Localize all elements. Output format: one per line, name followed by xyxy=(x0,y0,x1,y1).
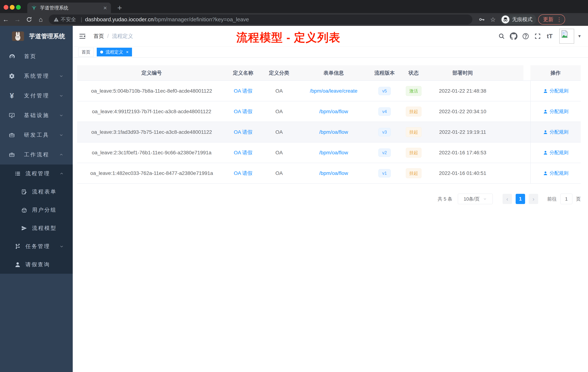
cell-deploy-time: 2022-01-22 19:19:11 xyxy=(427,122,524,142)
sidebar-item-dev-tools[interactable]: 研发工具 xyxy=(0,125,73,145)
home-icon[interactable]: ⌂ xyxy=(35,16,47,23)
sidebar-item-workflow[interactable]: 工作流程 xyxy=(0,145,73,164)
user-icon xyxy=(543,130,548,134)
column-header: 流程版本 xyxy=(369,65,400,80)
current-page-button[interactable]: 1 xyxy=(516,194,525,204)
definition-name-link[interactable]: OA 请假 xyxy=(234,108,252,115)
table-row: oa_leave:1:482ec033-762a-11ec-8477-a2380… xyxy=(77,163,581,184)
back-icon[interactable]: ← xyxy=(0,16,12,23)
window-minimize-button[interactable] xyxy=(10,5,15,10)
definition-name-link[interactable]: OA 请假 xyxy=(234,129,252,136)
assign-rule-link[interactable]: 分配规则 xyxy=(543,129,568,135)
cell-definition-id: oa_leave:1:482ec033-762a-11ec-8477-a2380… xyxy=(77,163,226,183)
version-badge: v5 xyxy=(378,87,390,95)
form-link[interactable]: /bpm/oa/flow xyxy=(319,109,348,114)
breadcrumb-home[interactable]: 首页 xyxy=(94,33,104,40)
sidebar-item-user-group[interactable]: 用户分组 xyxy=(0,201,73,219)
broken-image-icon xyxy=(560,30,569,38)
tag-close-icon[interactable]: × xyxy=(126,50,128,55)
tag-home[interactable]: 首页 xyxy=(78,48,94,56)
prev-page-button[interactable]: ‹ xyxy=(503,194,512,204)
user-icon xyxy=(543,171,548,176)
form-edit-icon xyxy=(21,189,27,195)
user-icon xyxy=(15,262,21,268)
goto-label: 前往 xyxy=(547,196,557,202)
column-header: 定义分类 xyxy=(260,65,298,80)
sidebar-item-system[interactable]: 系统管理 xyxy=(0,66,73,86)
window-zoom-button[interactable] xyxy=(16,5,21,10)
form-link[interactable]: /bpm/oa/flow xyxy=(319,150,348,156)
status-badge: 挂起 xyxy=(406,168,421,178)
page-size-select[interactable]: 10条/页 xyxy=(458,194,493,204)
active-dot-icon xyxy=(100,51,103,54)
reload-icon[interactable] xyxy=(23,16,35,22)
tab-close-icon[interactable]: × xyxy=(103,5,107,11)
next-page-button[interactable]: › xyxy=(529,194,538,204)
select-caret-icon xyxy=(483,197,487,201)
form-link[interactable]: /bpm/oa/flow xyxy=(319,129,348,135)
cell-deploy-time: 2022-01-16 01:40:51 xyxy=(427,163,524,183)
column-header: 操作 xyxy=(530,65,581,80)
logo-avatar xyxy=(12,32,24,41)
sidebar-item-home[interactable]: 首页 xyxy=(0,47,73,66)
column-header: 定义名称 xyxy=(226,65,260,80)
security-warning-icon xyxy=(53,17,59,22)
window-close-button[interactable] xyxy=(4,5,8,10)
goto-page-input[interactable] xyxy=(560,194,572,204)
caret-down-icon[interactable]: ▼ xyxy=(578,34,581,39)
bookmark-star-icon[interactable]: ☆ xyxy=(490,16,496,23)
incognito-label: 无痕模式 xyxy=(512,16,532,23)
update-label[interactable]: 更新 xyxy=(543,16,554,23)
assign-rule-link[interactable]: 分配规则 xyxy=(543,149,568,156)
column-header: 状态 xyxy=(400,65,427,80)
address-bar[interactable]: 不安全 | dashboard.yudao.iocoder.cn/bpm/man… xyxy=(49,15,472,24)
sidebar-item-payment[interactable]: ¥ 支付管理 xyxy=(0,86,73,106)
browser-update-button[interactable]: 更新 ⋮ xyxy=(538,14,565,25)
sidebar: 芋道管理系统 首页 系统管理 ¥ 支付管理 基础设施 研发工具 工作流程 流程管… xyxy=(0,26,73,372)
sidebar-item-process-model[interactable]: 流程模型 xyxy=(0,219,73,237)
definition-name-link[interactable]: OA 请假 xyxy=(234,149,252,156)
fullscreen-icon[interactable] xyxy=(532,33,544,40)
version-badge: v3 xyxy=(378,128,390,136)
annotation-title: 流程模型 - 定义列表 xyxy=(236,30,341,45)
search-icon[interactable] xyxy=(496,33,508,40)
browser-menu-icon[interactable]: ⋮ xyxy=(556,16,562,23)
table-header-row: 定义编号 定义名称 定义分类 表单信息 流程版本 状态 部署时间 操作 xyxy=(77,65,581,81)
app-title: 芋道管理系统 xyxy=(29,32,65,40)
browser-tab-strip: 芋道管理系统 × + xyxy=(0,0,588,13)
cell-category: OA xyxy=(260,101,298,121)
password-key-icon[interactable] xyxy=(479,16,485,23)
github-icon[interactable] xyxy=(508,33,520,40)
browser-tab[interactable]: 芋道管理系统 × xyxy=(27,2,111,13)
definition-name-link[interactable]: OA 请假 xyxy=(234,170,252,177)
definition-name-link[interactable]: OA 请假 xyxy=(234,88,252,94)
version-badge: v2 xyxy=(378,149,390,157)
avatar[interactable] xyxy=(559,29,574,44)
cell-definition-id: oa_leave:5:004b710b-7b8a-11ec-8ef0-acde4… xyxy=(77,81,226,101)
sidebar-item-task-management[interactable]: 任务管理 xyxy=(0,237,73,255)
form-link[interactable]: /bpm/oa/leave/create xyxy=(310,88,357,94)
sidebar-item-infrastructure[interactable]: 基础设施 xyxy=(0,106,73,125)
pagination-total: 共 5 条 xyxy=(438,196,452,202)
cell-category: OA xyxy=(260,163,298,183)
tag-process-definition[interactable]: 流程定义 × xyxy=(97,48,132,56)
assign-rule-link[interactable]: 分配规则 xyxy=(543,170,568,176)
assign-rule-link[interactable]: 分配规则 xyxy=(543,108,568,115)
form-link[interactable]: /bpm/oa/flow xyxy=(319,170,348,176)
sidebar-item-process-management[interactable]: 流程管理 xyxy=(0,164,73,183)
cell-deploy-time: 2022-01-22 20:34:10 xyxy=(427,101,524,121)
forward-icon[interactable]: → xyxy=(12,16,23,23)
help-icon[interactable] xyxy=(520,33,532,40)
gear-icon xyxy=(9,73,15,79)
robot-face-icon xyxy=(21,207,27,213)
assign-rule-link[interactable]: 分配规则 xyxy=(543,88,568,94)
security-label[interactable]: 不安全 xyxy=(61,16,76,23)
breadcrumb: 首页 / 流程定义 xyxy=(94,33,133,40)
font-size-icon[interactable]: tT xyxy=(544,33,556,40)
sidebar-item-leave-query[interactable]: 请假查询 xyxy=(0,255,73,274)
table-row: oa_leave:2:3c1f0ef1-76b1-11ec-9c66-a2380… xyxy=(77,142,581,163)
sidebar-item-process-form[interactable]: 流程表单 xyxy=(0,183,73,201)
new-tab-button[interactable]: + xyxy=(116,2,124,13)
monitor-icon xyxy=(9,112,15,119)
hamburger-icon[interactable] xyxy=(79,33,86,40)
